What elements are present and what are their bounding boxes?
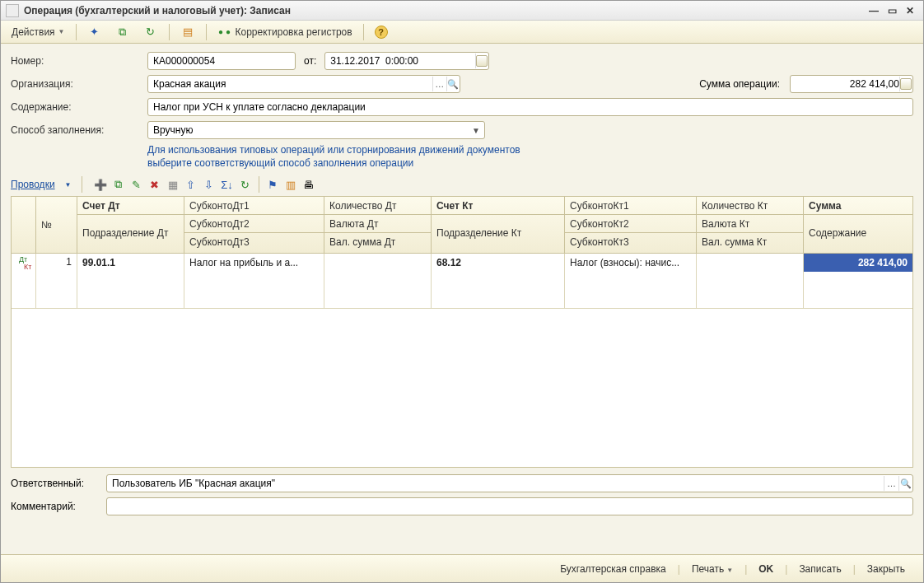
content-field[interactable] (153, 101, 908, 113)
move-up-icon[interactable]: ⇧ (183, 176, 199, 193)
refresh-doc-button[interactable]: ↻ (138, 23, 164, 41)
close-window-button[interactable]: ✕ (902, 4, 918, 17)
sum-input[interactable] (790, 75, 913, 93)
comment-field[interactable] (112, 501, 908, 512)
col-qty-kt[interactable]: Количество Кт (697, 197, 803, 215)
refresh-icon: ↻ (143, 25, 158, 40)
col-dept-dt[interactable]: Подразделение Дт (77, 215, 184, 251)
col-cur-dt[interactable]: Валюта Дт (324, 215, 431, 233)
col-num[interactable]: № (36, 197, 77, 253)
cell-cur-dt[interactable] (324, 272, 432, 290)
flag-icon[interactable]: ⚑ (264, 176, 281, 193)
delete-row-icon[interactable]: ✖ (147, 176, 163, 193)
new-icon: ✦ (87, 25, 102, 40)
chevron-down-icon[interactable]: ▼ (65, 181, 72, 189)
col-sub-dt2[interactable]: СубконтоДт2 (184, 215, 324, 233)
report-button[interactable]: Бухгалтерская справка (552, 561, 674, 577)
comment-input[interactable] (106, 497, 913, 515)
fill-value: Вручную (153, 124, 469, 136)
cell-sub-kt2[interactable] (565, 272, 697, 290)
tab-entries[interactable]: Проводки (11, 179, 55, 190)
print-button[interactable]: Печать▼ (684, 561, 741, 577)
date-field[interactable] (330, 55, 474, 67)
content-input[interactable] (147, 98, 913, 116)
col-cursum-kt[interactable]: Вал. сумма Кт (697, 233, 803, 251)
copy-doc-button[interactable]: ⧉ (110, 23, 136, 41)
responsible-field[interactable] (112, 478, 884, 489)
cell-content[interactable] (804, 272, 912, 308)
cell-sub-dt2[interactable] (184, 272, 324, 290)
col-dept-kt[interactable]: Подразделение Кт (432, 215, 564, 251)
app-icon (6, 4, 19, 17)
col-qty-dt[interactable]: Количество Дт (324, 197, 431, 215)
col-sum[interactable]: Сумма (804, 197, 912, 215)
cell-sum[interactable]: 282 414,00 (804, 254, 912, 272)
col-cur-kt[interactable]: Валюта Кт (697, 215, 803, 233)
search-icon[interactable]: 🔍 (446, 77, 460, 91)
col-acc-dt[interactable]: Счет Дт (77, 197, 184, 215)
number-field[interactable] (153, 55, 290, 67)
col-sub-dt3[interactable]: СубконтоДт3 (184, 233, 324, 251)
fill-label: Способ заполнения: (11, 124, 142, 136)
select-icon[interactable]: … (432, 77, 446, 91)
date-input[interactable] (324, 52, 489, 70)
col-sub-kt1[interactable]: СубконтоКт1 (565, 197, 696, 215)
actions-menu[interactable]: Действия ▼ (6, 23, 71, 41)
cell-sub-dt3[interactable] (184, 290, 324, 308)
col-content[interactable]: Содержание (804, 215, 912, 251)
post-button[interactable]: ▤ (175, 23, 201, 41)
number-input[interactable] (147, 52, 296, 70)
settings-icon[interactable]: ▥ (282, 176, 299, 193)
cell-sub-kt1[interactable]: Налог (взносы): начис... (565, 254, 697, 272)
form-area: Номер: от: Организация: … 🔍 Сумма операц… (1, 44, 923, 176)
move-down-icon[interactable]: ⇩ (201, 176, 217, 193)
cell-acc-dt[interactable]: 99.01.1 (77, 254, 184, 272)
cell-num[interactable]: 1 (36, 254, 77, 308)
reg-correction-button[interactable]: ● ● Корректировка регистров (212, 23, 358, 41)
col-cursum-dt[interactable]: Вал. сумма Дт (324, 233, 431, 251)
help-icon: ? (375, 26, 388, 39)
col-sub-kt3[interactable]: СубконтоКт3 (565, 233, 696, 251)
close-button[interactable]: Закрыть (859, 561, 913, 577)
cell-cur-kt[interactable] (697, 272, 804, 290)
minimize-button[interactable]: — (866, 4, 882, 17)
search-icon[interactable]: 🔍 (898, 476, 912, 491)
col-sub-kt2[interactable]: СубконтоКт2 (565, 215, 696, 233)
cell-dept-kt[interactable] (432, 272, 565, 308)
responsible-label: Ответственный: (11, 478, 101, 489)
cell-dept-dt[interactable] (77, 272, 184, 308)
save-button[interactable]: Записать (791, 561, 849, 577)
add-row-icon[interactable]: ➕ (92, 176, 109, 193)
print-icon[interactable]: 🖶 (301, 176, 317, 193)
table-row[interactable]: ДтКт 1 99.01.1 Налог на прибыль и а... 6… (12, 254, 912, 309)
refresh-icon[interactable]: ↻ (237, 176, 254, 193)
ok-button[interactable]: OK (750, 561, 782, 577)
help-button[interactable]: ? (369, 23, 394, 41)
responsible-input[interactable]: … 🔍 (106, 474, 913, 492)
copy-row-icon[interactable]: ⧉ (110, 176, 127, 193)
grid-body[interactable]: ДтКт 1 99.01.1 Налог на прибыль и а... 6… (12, 254, 912, 467)
edit-row-icon[interactable]: ✎ (128, 176, 145, 193)
fill-select[interactable]: Вручную ▼ (147, 121, 485, 139)
calendar-icon[interactable] (475, 54, 489, 68)
cell-sub-kt3[interactable] (565, 290, 697, 308)
calculator-icon[interactable] (899, 77, 912, 91)
cell-cursum-kt[interactable] (697, 290, 804, 308)
cell-sub-dt1[interactable]: Налог на прибыль и а... (184, 254, 324, 272)
cell-qty-dt[interactable] (324, 254, 432, 272)
org-input[interactable]: … 🔍 (147, 75, 460, 93)
chevron-down-icon[interactable]: ▼ (469, 126, 483, 135)
org-field[interactable] (153, 78, 432, 90)
col-acc-kt[interactable]: Счет Кт (432, 197, 564, 215)
maximize-button[interactable]: ▭ (884, 4, 900, 17)
sigma-icon[interactable]: Σ↓ (219, 176, 236, 193)
cell-qty-kt[interactable] (697, 254, 804, 272)
select-icon[interactable]: … (884, 476, 898, 491)
sum-field[interactable] (796, 78, 899, 90)
col-sub-dt1[interactable]: СубконтоДт1 (184, 197, 324, 215)
cell-cursum-dt[interactable] (324, 290, 432, 308)
new-doc-button[interactable]: ✦ (82, 23, 108, 41)
disabled-icon: ▦ (165, 176, 181, 193)
content-label: Содержание: (11, 101, 142, 113)
cell-acc-kt[interactable]: 68.12 (432, 254, 565, 272)
